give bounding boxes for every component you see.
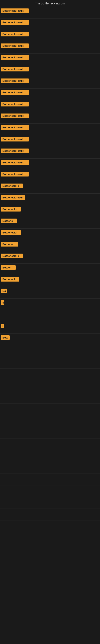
list-item-empty: [0, 392, 100, 404]
bottleneck-badge: Bottleneck result: [1, 32, 29, 36]
list-item[interactable]: Bottleneck r: [0, 205, 100, 217]
list-item[interactable]: Bottleneck result: [0, 88, 100, 100]
list-item[interactable]: Bottleneck result: [0, 30, 100, 42]
list-item[interactable]: Bottleneck result: [0, 135, 100, 147]
list-item[interactable]: Bottleneck re: [0, 252, 100, 264]
list-item-empty: [0, 416, 100, 427]
bottleneck-badge: Bottleneck: [1, 277, 19, 282]
bottleneck-badge: Bottleneck result: [1, 78, 29, 83]
list-item-empty: [0, 474, 100, 486]
bottleneck-badge: Bottleneck result: [1, 90, 29, 95]
bottleneck-badge: Bottleneck result: [1, 125, 29, 130]
list-item[interactable]: Bottlenec: [0, 240, 100, 252]
bottleneck-badge: Bottleneck r: [1, 207, 21, 212]
bottleneck-badge: Bottleneck result: [1, 44, 29, 48]
bottleneck-badge: Bottleneck result: [1, 172, 29, 176]
bottleneck-badge: Bottlenec: [1, 242, 18, 246]
bottleneck-badge: Bottlen: [1, 265, 16, 270]
bottleneck-badge: Bottleneck resul: [1, 195, 25, 200]
list-item-empty: [0, 439, 100, 450]
list-item-empty: [0, 404, 100, 416]
list-item[interactable]: Bottleneck result: [0, 112, 100, 124]
bottleneck-badge: Bo: [1, 288, 7, 293]
bottleneck-badge: Bottleneck result: [1, 148, 29, 153]
list-item[interactable]: B: [0, 299, 100, 310]
list-item[interactable]: Bo: [0, 287, 100, 299]
bottleneck-badge: Bottleneck result: [1, 8, 29, 13]
bottleneck-badge: B: [1, 300, 4, 305]
list-item[interactable]: Bottleneck result: [0, 18, 100, 30]
list-item-empty: [0, 450, 100, 462]
list-item[interactable]: Bottleneck result: [0, 158, 100, 170]
site-title-bar: TheBottlenecker.com: [0, 0, 100, 7]
list-item[interactable]: Bottleneck result: [0, 124, 100, 135]
list-item[interactable]: Bottleneck re: [0, 182, 100, 194]
list-item-empty: [0, 497, 100, 509]
list-item[interactable]: Bottleneck resul: [0, 194, 100, 205]
list-item[interactable]: Bottlene: [0, 217, 100, 228]
bottleneck-badge: Bott: [1, 335, 10, 340]
list-item[interactable]: [0, 310, 100, 322]
bottleneck-badge: I: [1, 324, 4, 328]
list-item[interactable]: Bottlen: [0, 264, 100, 275]
list-item[interactable]: Bott: [0, 334, 100, 345]
list-item-empty: [0, 462, 100, 474]
bottleneck-badge: Bottleneck result: [1, 20, 29, 25]
bottleneck-badge: Bottleneck re: [1, 254, 23, 258]
list-item[interactable]: [0, 345, 100, 357]
list-item[interactable]: Bottleneck result: [0, 42, 100, 54]
bottleneck-badge: Bottleneck result: [1, 55, 29, 60]
bottleneck-badge: Bottlene: [1, 218, 17, 223]
bottleneck-badge: Bottleneck r: [1, 230, 21, 235]
bottleneck-badge: Bottleneck result: [1, 114, 29, 118]
list-item-empty: [0, 486, 100, 497]
bottleneck-badge: Bottleneck re: [1, 184, 23, 188]
bottleneck-badge: Bottleneck result: [1, 102, 29, 106]
list-item[interactable]: Bottleneck r: [0, 228, 100, 240]
site-title: TheBottlenecker.com: [0, 0, 100, 7]
list-item[interactable]: [0, 380, 100, 392]
list-item[interactable]: Bottleneck: [0, 275, 100, 287]
bottleneck-badge: Bottleneck result: [1, 67, 29, 72]
list-item-empty: [0, 427, 100, 439]
list-item[interactable]: Bottleneck result: [0, 147, 100, 158]
bottleneck-badge: Bottleneck result: [1, 160, 29, 165]
list-item[interactable]: Bottleneck result: [0, 100, 100, 112]
list-item[interactable]: [0, 357, 100, 369]
list-item-empty: [0, 520, 100, 532]
list-item[interactable]: [0, 369, 100, 380]
bottleneck-badge: Bottleneck result: [1, 137, 29, 142]
list-item[interactable]: Bottleneck result: [0, 170, 100, 182]
list-item[interactable]: Bottleneck result: [0, 65, 100, 77]
list-item[interactable]: Bottleneck result: [0, 77, 100, 88]
list-item[interactable]: Bottleneck result: [0, 54, 100, 65]
list-item[interactable]: Bottleneck result: [0, 7, 100, 18]
items-list: Bottleneck resultBottleneck resultBottle…: [0, 7, 100, 532]
list-item[interactable]: I: [0, 322, 100, 334]
list-item-empty: [0, 509, 100, 520]
